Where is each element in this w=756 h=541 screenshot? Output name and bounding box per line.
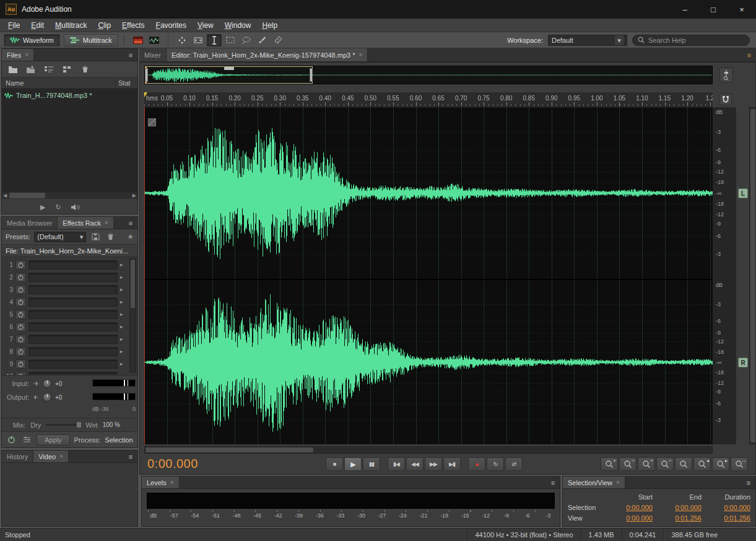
effect-slot[interactable] — [28, 273, 118, 282]
zoom-in-button[interactable]: + — [601, 457, 618, 471]
panel-menu-icon[interactable]: ≡ — [124, 49, 137, 61]
menu-item-favorites[interactable]: Favorites — [150, 21, 192, 30]
selection-duration-value[interactable]: 0:00.000 — [703, 504, 752, 511]
rack-settings-icon[interactable] — [21, 435, 32, 445]
tab-close-icon[interactable]: × — [358, 51, 362, 58]
effect-slot-arrow[interactable]: ▸ — [120, 361, 126, 367]
effect-slot-arrow[interactable]: ▸ — [120, 262, 126, 268]
file-list-item[interactable]: Train_H...7974048.mp3 * — [2, 90, 137, 101]
effect-slot-arrow[interactable]: ▸ — [120, 311, 126, 317]
effect-slot-arrow[interactable]: ▸ — [120, 299, 126, 305]
delete-preset-icon[interactable] — [105, 232, 116, 242]
menu-item-file[interactable]: File — [2, 21, 25, 30]
tab-close-icon[interactable]: × — [25, 51, 28, 58]
zoom-to-selection-button[interactable]: ↔ — [731, 457, 748, 471]
menu-item-clip[interactable]: Clip — [92, 21, 116, 30]
trash-icon[interactable] — [79, 64, 90, 74]
overview-right-handle[interactable] — [310, 68, 313, 82]
effect-slot[interactable] — [28, 260, 118, 270]
time-display[interactable]: 0:00.000 — [147, 457, 198, 471]
search-help-input[interactable]: Search Help — [632, 35, 750, 46]
effect-slot[interactable] — [28, 297, 118, 307]
skip-to-end-button[interactable]: ▶▮ — [443, 457, 461, 471]
panel-menu-icon[interactable]: ≡ — [124, 217, 137, 229]
record-button[interactable]: ● — [468, 457, 485, 471]
tab-selection-view[interactable]: Selection/View × — [563, 477, 625, 488]
effect-slot[interactable] — [28, 335, 118, 344]
scrollbar-thumb[interactable] — [750, 109, 755, 442]
spot-healing-brush-tool-icon[interactable] — [271, 34, 286, 46]
files-horizontal-scrollbar[interactable]: ◀ ▶ — [2, 191, 137, 199]
slip-tool-icon[interactable] — [191, 34, 206, 46]
skip-to-start-button[interactable]: ▮◀ — [388, 457, 405, 471]
mix-slider[interactable] — [46, 424, 80, 426]
tab-editor[interactable]: Editor: Train_Honk_Horn_2x-Mike_Koenig-1… — [167, 48, 368, 61]
tab-close-icon[interactable]: × — [59, 453, 63, 460]
minimize-button[interactable]: – — [671, 0, 699, 19]
files-column-headers[interactable]: Name Stat — [2, 77, 137, 89]
view-start-value[interactable]: 0:00.000 — [605, 514, 654, 522]
tab-files[interactable]: Files × — [2, 49, 34, 61]
input-gain-knob[interactable] — [43, 379, 51, 388]
effect-slot-arrow[interactable]: ▸ — [120, 286, 126, 292]
right-channel-badge[interactable]: R — [738, 358, 748, 367]
waveform-right-channel[interactable] — [144, 280, 713, 444]
maximize-button[interactable]: □ — [699, 0, 728, 19]
workspace-select[interactable]: Default ▾ — [548, 35, 627, 46]
effect-power-button[interactable] — [15, 285, 26, 294]
left-channel-badge[interactable]: L — [738, 188, 748, 198]
tab-history[interactable]: History — [2, 451, 33, 462]
zoom-out-button[interactable]: − — [619, 457, 637, 471]
slots-scrollbar[interactable] — [129, 258, 136, 372]
stop-button[interactable]: ■ — [326, 457, 343, 471]
play-button[interactable]: ▶ — [344, 457, 362, 471]
vertical-scrollbar[interactable] — [749, 107, 756, 444]
skip-selection-button[interactable]: ⇄ — [505, 457, 523, 471]
effect-slot-arrow[interactable]: ▸ — [120, 323, 126, 330]
input-gain-value[interactable]: +0 — [55, 380, 62, 387]
effect-power-button[interactable] — [15, 359, 26, 369]
tab-close-icon[interactable]: × — [616, 479, 620, 486]
effect-slot-arrow[interactable]: ▸ — [120, 348, 126, 354]
menu-item-multitrack[interactable]: Multitrack — [50, 21, 92, 30]
scrollbar-thumb[interactable] — [9, 193, 45, 198]
waveform-view-button[interactable]: Waveform — [4, 34, 60, 46]
menu-item-window[interactable]: Window — [219, 21, 257, 30]
scroll-left-icon[interactable]: ◀ — [3, 193, 7, 198]
effect-slot[interactable] — [28, 285, 118, 294]
lasso-selection-tool-icon[interactable] — [239, 34, 254, 46]
view-end-value[interactable]: 0:01.256 — [654, 514, 703, 522]
effect-power-button[interactable] — [15, 310, 26, 319]
save-preset-icon[interactable] — [90, 232, 101, 242]
overview-left-handle[interactable] — [145, 68, 148, 82]
snap-magnet-icon[interactable] — [719, 94, 732, 105]
scroll-right-icon[interactable]: ▶ — [133, 193, 136, 198]
open-file-icon[interactable] — [7, 64, 19, 74]
view-list-icon[interactable] — [43, 64, 54, 74]
preset-select[interactable]: (Default) ▾ — [34, 232, 86, 242]
tab-mixer[interactable]: Mixer — [139, 48, 167, 61]
tab-effects-rack[interactable]: Effects Rack × — [58, 217, 113, 229]
waveform-overview[interactable] — [144, 66, 713, 84]
preview-play-button[interactable]: ▶ — [40, 203, 45, 211]
effect-slot[interactable] — [28, 310, 118, 319]
overview-drag-grip[interactable] — [224, 67, 234, 70]
pause-button[interactable]: ▮▮ — [363, 457, 380, 471]
effect-slot-arrow[interactable]: ▸ — [120, 336, 126, 342]
effect-slot-arrow[interactable]: ▸ — [120, 274, 126, 280]
zoom-in-right-selection-button[interactable]: ▸ — [712, 457, 729, 471]
tab-video[interactable]: Video × — [33, 451, 69, 462]
time-selection-tool-icon[interactable] — [207, 34, 222, 46]
effect-power-button[interactable] — [15, 335, 26, 344]
output-gain-knob[interactable] — [43, 393, 51, 402]
zoom-in-horizontal-button[interactable]: + — [638, 457, 655, 471]
multitrack-view-button[interactable]: Multitrack — [64, 34, 118, 46]
effect-power-button[interactable] — [15, 273, 26, 282]
marquee-selection-tool-icon[interactable] — [223, 34, 238, 46]
tab-levels[interactable]: Levels × — [142, 477, 180, 488]
overview-view-box[interactable] — [145, 66, 313, 84]
slider-thumb[interactable] — [76, 421, 82, 428]
menu-item-help[interactable]: Help — [256, 21, 283, 30]
panel-menu-icon[interactable]: ≡ — [742, 477, 755, 488]
panel-menu-icon[interactable]: ≡ — [124, 451, 137, 462]
